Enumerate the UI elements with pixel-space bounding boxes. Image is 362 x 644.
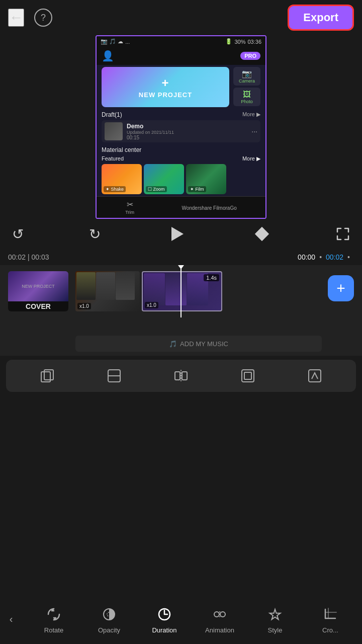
cover-track[interactable]: NEW PROJECT COVER <box>8 271 68 311</box>
crop-label: Cro... <box>322 626 338 634</box>
play-icon <box>171 227 184 241</box>
animation-label: Animation <box>205 626 234 634</box>
cover-thumbnail: NEW PROJECT <box>8 271 68 301</box>
svg-point-16 <box>220 612 225 617</box>
featured-item-zoom[interactable]: ☐ Zoom <box>144 164 184 194</box>
current-time: 00:02 <box>326 253 343 261</box>
camera-button[interactable]: 📷 Camera <box>233 67 260 86</box>
nav-item-animation[interactable]: Animation <box>202 604 237 634</box>
draft-name: Demo <box>127 123 247 130</box>
draft-title: Draft(1) <box>102 111 122 118</box>
help-button[interactable]: ? <box>34 9 52 27</box>
video-clip-2[interactable]: 1.4s x1.0 <box>142 271 222 311</box>
featured-grid: ✦ Shake ☐ Zoom ✦ Film <box>102 164 260 194</box>
new-project-label: NEW PROJECT <box>139 91 192 99</box>
undo-button[interactable]: ↺ <box>12 226 24 243</box>
draft-section: Draft(1) More ▶ Demo Updated on 2021/11/… <box>97 109 265 144</box>
nav-item-crop[interactable]: Cro... <box>313 604 348 634</box>
trim-bar: ✂ Trim Wondershare FilmoraGo <box>97 196 265 218</box>
draft-more-link[interactable]: More ▶ <box>242 111 260 118</box>
playback-controls: ↺ ↻ <box>0 219 362 249</box>
phone-preview: 📷 🎵 ☁ ... 🔋 30% 03:36 👤 PRO + NEW PROJEC… <box>96 35 266 219</box>
bottom-nav: ‹ Rotate Opacity <box>0 594 362 644</box>
featured-more-link[interactable]: More ▶ <box>242 155 260 162</box>
add-clip-button[interactable]: + <box>328 275 354 301</box>
style-icon <box>265 604 285 624</box>
music-track[interactable]: 🎵 ADD MY MUSIC <box>75 336 322 352</box>
svg-rect-8 <box>244 372 251 379</box>
timeline-area: NEW PROJECT COVER x1.0 1.4s x1.0 + <box>0 265 362 356</box>
diamond-icon <box>254 227 268 241</box>
svg-rect-7 <box>242 370 254 382</box>
featured-title: Featured <box>102 155 124 162</box>
music-note-icon: 🎵 <box>169 340 177 348</box>
clip2-duration-badge: 1.4s <box>204 274 219 281</box>
draft-more-icon[interactable]: ··· <box>251 127 257 135</box>
material-section: Material center Featured More ▶ ✦ Shake … <box>97 144 265 196</box>
pro-badge[interactable]: PRO <box>240 52 260 60</box>
keyframe-button[interactable] <box>253 225 271 243</box>
dot-separator-2: • <box>347 253 350 261</box>
split-tool-button[interactable] <box>170 365 192 387</box>
zoom-label: ☐ Zoom <box>146 186 167 192</box>
style-tool-button[interactable] <box>304 365 326 387</box>
featured-item-film[interactable]: ✦ Film <box>186 164 226 194</box>
trim-tool-button[interactable] <box>103 365 125 387</box>
trim-item[interactable]: ✂ Trim <box>125 200 134 215</box>
cover-label: COVER <box>8 301 68 311</box>
top-bar: ← ? Export <box>0 0 362 35</box>
back-button[interactable]: ← <box>8 9 24 27</box>
timeline-header: 00:02 | 00:03 00:00 • 00:02 • <box>0 249 362 265</box>
rotate-label: Rotate <box>44 626 63 634</box>
camera-icon: 📷 <box>242 69 252 78</box>
photo-label: Photo <box>241 99 253 104</box>
duration-icon <box>154 604 174 624</box>
wondershare-logo: Wondershare FilmoraGo <box>182 203 236 212</box>
svg-rect-5 <box>182 372 187 380</box>
video-clip-1[interactable]: x1.0 <box>75 271 140 311</box>
status-bar: 📷 🎵 ☁ ... 🔋 30% 03:36 <box>97 36 265 47</box>
featured-header: Featured More ▶ <box>102 155 260 162</box>
style-label: Style <box>268 626 283 634</box>
playhead <box>180 267 182 317</box>
play-button[interactable] <box>165 223 188 245</box>
crop-trim-tool-button[interactable] <box>237 365 259 387</box>
duration-label: Duration <box>152 626 176 634</box>
photo-button[interactable]: 🖼 Photo <box>233 88 260 106</box>
trim-label: Trim <box>125 210 134 215</box>
top-left-controls: ← ? <box>8 9 52 27</box>
nav-item-rotate[interactable]: Rotate <box>36 604 71 634</box>
start-time: 00:00 <box>298 253 315 261</box>
user-icon: 👤 <box>102 50 114 62</box>
dot-separator: • <box>319 253 322 261</box>
nav-back-arrow[interactable]: ‹ <box>0 594 22 644</box>
trim-icon: ✂ <box>127 200 133 209</box>
nav-item-duration[interactable]: Duration <box>147 604 182 634</box>
clock: 03:36 <box>247 39 261 45</box>
new-project-area: + NEW PROJECT 📷 Camera 🖼 Photo <box>102 67 260 107</box>
animation-icon <box>210 604 230 624</box>
film-label: ✦ Film <box>188 186 206 192</box>
draft-info: Demo Updated on 2021/11/11 00:15 <box>127 123 247 140</box>
opacity-icon <box>99 604 119 624</box>
nav-item-opacity[interactable]: Opacity <box>92 604 127 634</box>
edit-tools-bar <box>6 360 356 392</box>
time-display: 00:02 | 00:03 <box>8 253 49 261</box>
status-icons: 📷 🎵 ☁ <box>101 38 123 45</box>
draft-item[interactable]: Demo Updated on 2021/11/11 00:15 ··· <box>102 120 260 142</box>
draft-header: Draft(1) More ▶ <box>102 111 260 118</box>
plus-icon: + <box>161 76 169 90</box>
featured-item-shake[interactable]: ✦ Shake <box>102 164 142 194</box>
draft-thumbnail <box>105 122 123 140</box>
export-button[interactable]: Export <box>288 5 354 31</box>
material-center-title: Material center <box>102 146 260 153</box>
nav-item-style[interactable]: Style <box>257 604 293 634</box>
add-music-label: ADD MY MUSIC <box>180 340 228 348</box>
clip1-speed-badge: x1.0 <box>77 303 91 309</box>
copy-tool-button[interactable] <box>36 365 58 387</box>
status-more: ... <box>125 39 130 45</box>
nav-items: Rotate Opacity Duration <box>22 604 362 634</box>
new-project-button[interactable]: + NEW PROJECT <box>102 67 229 107</box>
fullscreen-button[interactable] <box>336 227 350 241</box>
redo-button[interactable]: ↻ <box>89 226 101 243</box>
